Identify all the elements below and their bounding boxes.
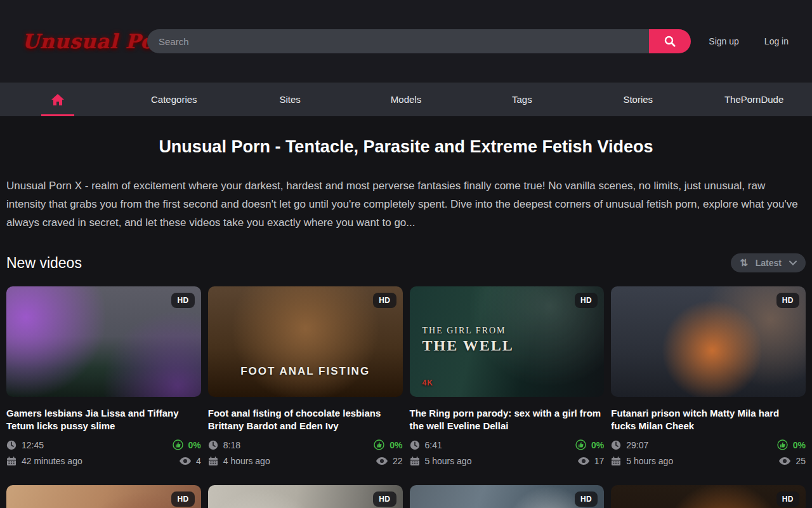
hd-badge: HD <box>575 293 598 308</box>
page-title: Unusual Porn - Tentacle, Parasite and Ex… <box>0 137 812 157</box>
poster-line-1: THE GIRL FROM <box>422 326 514 336</box>
video-posted: 42 minutes ago <box>22 456 82 466</box>
hd-badge: HD <box>373 293 396 308</box>
search-icon <box>664 35 676 48</box>
search-input[interactable] <box>147 29 649 53</box>
views-eye-icon <box>180 457 191 465</box>
video-card[interactable]: HD Gamers lesbians Jia Lissa and Tiffany… <box>6 286 201 466</box>
section-head: New videos ⇅ Latest <box>0 253 812 272</box>
nav-item-stories[interactable]: Stories <box>580 83 696 116</box>
video-thumbnail[interactable]: HD THE GIRL FROM THE WELL 4K <box>410 286 605 397</box>
hd-badge: HD <box>171 293 194 308</box>
hd-badge: HD <box>575 491 598 507</box>
video-thumbnail[interactable]: HD <box>6 286 201 397</box>
video-title[interactable]: The Ring porn parody: sex with a girl fr… <box>410 407 605 432</box>
nav-item-sites[interactable]: Sites <box>232 83 348 116</box>
nav-label: Stories <box>623 94 653 105</box>
nav-item-home[interactable] <box>0 83 116 116</box>
video-duration: 12:45 <box>22 440 44 450</box>
video-card[interactable]: HD Futanari prison witch Matty Mila hard… <box>611 286 806 466</box>
video-thumbnail[interactable]: HD <box>611 286 806 397</box>
section-title: New videos <box>6 255 82 272</box>
nav-label: Tags <box>512 94 532 105</box>
login-link[interactable]: Log in <box>764 36 789 46</box>
search-button[interactable] <box>649 29 691 53</box>
video-thumbnail[interactable]: HD <box>6 485 201 508</box>
video-card[interactable]: HD THE GIRL FROM THE WELL 4K The Ring po… <box>410 286 605 466</box>
views-eye-icon <box>376 457 388 465</box>
signup-link[interactable]: Sign up <box>709 36 738 46</box>
calendar-icon <box>208 456 218 466</box>
site-logo[interactable]: Unusual Porn <box>22 32 131 51</box>
clock-icon <box>208 440 218 450</box>
site-logo-text: Unusual Porn <box>22 32 131 51</box>
video-stats: 29:07 0% 5 hours ago <box>611 439 806 466</box>
video-title[interactable]: Futanari prison witch Matty Mila hard fu… <box>611 407 806 432</box>
video-rating: 0% <box>591 440 604 450</box>
search-bar <box>147 29 691 53</box>
nav-label: ThePornDude <box>724 94 783 105</box>
calendar-icon <box>611 456 621 466</box>
video-posted: 5 hours ago <box>626 456 673 466</box>
video-card[interactable]: HD <box>410 485 605 508</box>
sort-arrows-icon: ⇅ <box>740 257 748 269</box>
video-rating: 0% <box>793 440 806 450</box>
poster-4k-tag: 4K <box>422 378 514 387</box>
nav-label: Categories <box>151 94 197 105</box>
video-stats: 12:45 0% 42 minutes ago <box>6 439 201 466</box>
clock-icon <box>611 440 621 450</box>
video-rating: 0% <box>188 440 201 450</box>
calendar-icon <box>410 456 420 466</box>
thumbs-up-icon <box>173 439 183 450</box>
video-views: 22 <box>393 456 403 466</box>
views-eye-icon <box>578 457 589 465</box>
thumbnail-poster-text: THE GIRL FROM THE WELL 4K <box>422 326 514 387</box>
video-thumbnail[interactable]: HD <box>410 485 605 508</box>
nav-item-tags[interactable]: Tags <box>464 83 580 116</box>
main-nav: Categories Sites Models Tags Stories The… <box>0 83 812 116</box>
thumbs-up-icon <box>777 439 788 450</box>
video-views: 17 <box>594 456 605 466</box>
calendar-icon <box>6 456 16 466</box>
video-views: 4 <box>196 456 201 466</box>
video-card[interactable]: HD <box>611 485 806 508</box>
hd-badge: HD <box>171 491 194 507</box>
site-header: Unusual Porn Sign up Log in <box>0 0 812 83</box>
nav-item-models[interactable]: Models <box>348 83 464 116</box>
video-duration: 29:07 <box>626 440 648 450</box>
chevron-down-icon <box>789 260 797 265</box>
video-thumbnail[interactable]: HD <box>611 485 806 508</box>
nav-item-categories[interactable]: Categories <box>116 83 232 116</box>
hd-badge: HD <box>373 491 396 507</box>
video-title[interactable]: Foot anal fisting of chocolate lesbians … <box>208 407 403 432</box>
video-thumbnail[interactable]: HD FOOT ANAL FISTING <box>208 286 403 397</box>
thumbs-up-icon <box>374 439 384 450</box>
video-rating: 0% <box>390 440 402 450</box>
poster-line-2: THE WELL <box>422 337 514 354</box>
nav-label: Models <box>391 94 421 105</box>
home-icon <box>51 93 65 106</box>
auth-links: Sign up Log in <box>709 36 789 46</box>
hd-badge: HD <box>776 491 799 507</box>
video-posted: 4 hours ago <box>223 456 270 466</box>
nav-item-theporndude[interactable]: ThePornDude <box>696 83 812 116</box>
video-stats: 8:18 0% 4 hours ago <box>208 439 403 466</box>
video-card[interactable]: HD <box>208 485 403 508</box>
video-views: 25 <box>796 456 806 466</box>
video-grid: HD Gamers lesbians Jia Lissa and Tiffany… <box>0 286 812 466</box>
video-card[interactable]: HD <box>6 485 201 508</box>
nav-label: Sites <box>279 94 300 105</box>
video-stats: 6:41 0% 5 hours ago <box>410 439 605 466</box>
clock-icon <box>6 440 16 450</box>
sort-dropdown[interactable]: ⇅ Latest <box>731 253 806 272</box>
hd-badge: HD <box>776 293 799 308</box>
thumbnail-overlay-title: FOOT ANAL FISTING <box>208 365 403 378</box>
views-eye-icon <box>779 457 790 465</box>
clock-icon <box>410 440 420 450</box>
video-thumbnail[interactable]: HD <box>208 485 403 508</box>
video-posted: 5 hours ago <box>425 456 472 466</box>
video-duration: 6:41 <box>425 440 442 450</box>
active-tab-underline <box>41 114 74 116</box>
video-card[interactable]: HD FOOT ANAL FISTING Foot anal fisting o… <box>208 286 403 466</box>
video-title[interactable]: Gamers lesbians Jia Lissa and Tiffany Te… <box>6 407 201 432</box>
